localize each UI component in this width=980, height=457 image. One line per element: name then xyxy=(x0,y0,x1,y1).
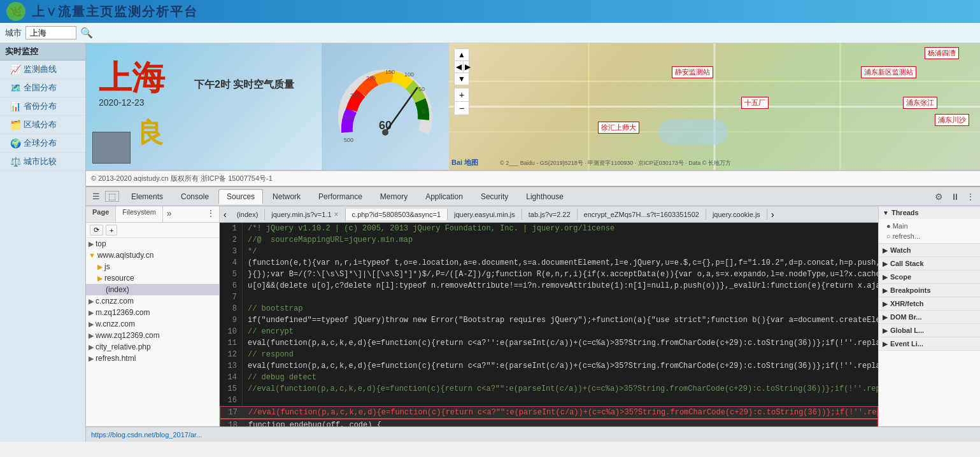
tree-arrow-icon: ▶ xyxy=(89,320,94,328)
code-tab-easyui[interactable]: jquery.easyui.min.js xyxy=(448,209,522,220)
chevron-right-icon: ▶ xyxy=(883,327,888,334)
rp-header-eventLi[interactable]: ▶ Event Li... xyxy=(879,337,980,350)
chevron-right-icon: ▶ xyxy=(883,314,888,321)
file-panel-menu-icon[interactable]: ⋮ xyxy=(202,206,219,222)
tree-arrow-icon: ▶ xyxy=(89,297,94,306)
code-tab-prev[interactable]: ‹ xyxy=(220,207,231,221)
line-content: if("undefined"==typeof jQuery)throw new … xyxy=(248,314,878,326)
search-button[interactable]: 🔍 xyxy=(80,27,93,39)
tree-item-resource[interactable]: ▶ resource xyxy=(86,272,219,284)
quality-text: 良 xyxy=(137,115,164,151)
code-tab-index[interactable]: (index) xyxy=(231,209,266,220)
tab-sources[interactable]: Sources xyxy=(218,189,263,204)
add-folder-button[interactable]: + xyxy=(106,225,117,236)
tree-arrow-icon: ▶ xyxy=(97,274,103,283)
line-number: 12 xyxy=(220,349,243,360)
devtools-bottom: https://blog.csdn.net/blog_2017/ar... xyxy=(86,426,980,442)
devtools-pause-icon[interactable]: ⏸ xyxy=(948,192,962,202)
rp-header-callstack[interactable]: ▶ Call Stack xyxy=(879,257,980,270)
tab-application[interactable]: Application xyxy=(417,189,471,204)
devtools-more-icon[interactable]: ⋮ xyxy=(963,192,977,202)
map-panel[interactable]: 杨浦四漕 静安监测站 浦东新区监测站 十五厂 浦东张江 徐汇上师大 浦东川沙 ▲… xyxy=(449,43,980,170)
tab-performance[interactable]: Performance xyxy=(310,189,371,204)
sidebar-item-province-distribution[interactable]: 📊 省份分布 xyxy=(0,97,85,116)
tree-item-aqistudy[interactable]: ▼ www.aqistudy.cn xyxy=(86,250,219,261)
code-line: 11eval(function(p,a,c,k,e,d){e=function(… xyxy=(220,337,878,349)
gauge-svg: 500 400 300 220 150 100 50 0 60 xyxy=(334,56,436,158)
line-number: 18 xyxy=(220,419,243,426)
city-input[interactable] xyxy=(25,26,76,39)
rp-section-eventLi: ▶ Event Li... xyxy=(879,337,980,351)
rp-header-scope[interactable]: ▶ Scope xyxy=(879,271,980,283)
tree-item-index[interactable]: (index) xyxy=(86,284,219,295)
sidebar-item-city-compare[interactable]: ⚖️ 城市比较 xyxy=(0,153,85,171)
aqi-label: 下午2时 实时空气质量 xyxy=(194,78,294,92)
tree-item-zq12369-m[interactable]: ▶ m.zq12369.com xyxy=(86,307,219,318)
tab-memory[interactable]: Memory xyxy=(372,189,416,204)
sidebar-item-label: 城市比较 xyxy=(24,156,57,167)
tree-item-top[interactable]: ▶ top xyxy=(86,238,219,250)
rp-header-breakpoints[interactable]: ▶ Breakpoints xyxy=(879,284,980,297)
fp-tab-filesystem[interactable]: Filesystem xyxy=(116,206,163,222)
tab-network[interactable]: Network xyxy=(264,189,309,204)
code-line: 5}{});var B=/(?:\[\s\S]*\]|\[[\s\S]*]*)$… xyxy=(220,269,878,280)
devtools-cursor-icon[interactable]: ☰ xyxy=(89,192,104,201)
tab-lighthouse[interactable]: Lighthouse xyxy=(518,189,572,204)
tree-label: js xyxy=(104,262,110,271)
fp-tab-page[interactable]: Page xyxy=(86,206,116,222)
rp-section-label: Call Stack xyxy=(890,260,924,267)
rp-header-xhrfetch[interactable]: ▶ XHR/fetch xyxy=(879,297,980,310)
rp-section-threads: ▼ Threads ● Main ○ refresh... xyxy=(879,206,980,244)
code-editor[interactable]: 1/*! jQuery v1.10.2 | (c) 2005, 2013 jQu… xyxy=(220,223,878,426)
sidebar-item-region-distribution[interactable]: 🗂️ 区域分布 xyxy=(0,116,85,134)
code-tab-label: jquery.min.js?v=1.1 xyxy=(271,211,331,218)
close-icon[interactable]: × xyxy=(334,210,339,219)
line-number: 8 xyxy=(220,303,243,314)
tree-item-city-php[interactable]: ▶ city_relative.php xyxy=(86,341,219,353)
tab-console[interactable]: Console xyxy=(173,189,217,204)
tree-item-refresh[interactable]: ▶ refresh.html xyxy=(86,353,219,364)
sync-button[interactable]: ⟳ xyxy=(90,225,103,236)
code-tab-next[interactable]: › xyxy=(767,207,778,221)
zoom-out-button[interactable]: − xyxy=(455,102,469,115)
code-line: 2//@ sourceMappingURL=jquery.min.map xyxy=(220,234,878,246)
code-tab-tab[interactable]: tab.js?v=2.22 xyxy=(522,209,578,220)
zoom-in-button[interactable]: + xyxy=(455,88,469,102)
devtools-settings-icon[interactable]: ⚙ xyxy=(931,192,947,202)
tree-label: w.cnzz.com xyxy=(96,320,135,328)
sidebar-item-global-distribution[interactable]: 🌍 全球分布 xyxy=(0,134,85,153)
sidebar-item-national-distribution[interactable]: 🗺️ 全国分布 xyxy=(0,79,85,97)
tree-item-js[interactable]: ▶ js xyxy=(86,261,219,272)
code-tab-cookie[interactable]: jquery.cookie.js xyxy=(706,209,767,220)
code-tab-encrypt[interactable]: encrypt_eZMqs7H...s?t=1603351502 xyxy=(578,209,706,220)
line-number: 6 xyxy=(220,280,243,292)
app-logo: 🌿 xyxy=(6,2,25,21)
rp-header-watch[interactable]: ▶ Watch xyxy=(879,244,980,257)
rp-header-globalL[interactable]: ▶ Global L... xyxy=(879,324,980,337)
fp-tab-more[interactable]: » xyxy=(163,206,176,222)
rp-header-dombr[interactable]: ▶ DOM Br... xyxy=(879,311,980,323)
city-label: 城市 xyxy=(5,27,22,39)
svg-point-10 xyxy=(382,129,388,136)
tab-security[interactable]: Security xyxy=(472,189,516,204)
tree-item-cnzz[interactable]: ▶ c.cnzz.com xyxy=(86,295,219,307)
tree-item-wcnzz[interactable]: ▶ w.cnzz.com xyxy=(86,318,219,330)
sidebar: 实时监控 📈 监测曲线 🗺️ 全国分布 📊 省份分布 🗂️ 区域分布 🌍 全球分… xyxy=(0,43,86,442)
code-tab-jquery-min[interactable]: jquery.min.js?v=1.1 × xyxy=(265,208,345,221)
devtools-inspect-icon[interactable]: ⬚ xyxy=(105,191,119,202)
tab-elements[interactable]: Elements xyxy=(123,189,171,204)
code-line: 14// debug detect xyxy=(220,372,878,383)
code-line: 7 xyxy=(220,292,878,303)
line-number: 14 xyxy=(220,372,243,383)
sidebar-item-monitoring-curves[interactable]: 📈 监测曲线 xyxy=(0,60,85,79)
thread-refresh[interactable]: ○ refresh... xyxy=(886,231,972,241)
code-tab-cphp[interactable]: c.php?id=5808503&async=1 xyxy=(346,209,448,220)
code-tab-label: jquery.cookie.js xyxy=(713,211,760,218)
rp-header-threads[interactable]: ▼ Threads xyxy=(879,206,980,219)
tree-item-zq12369-www[interactable]: ▶ www.zq12369.com xyxy=(86,330,219,341)
map-nav[interactable]: ▲ ◀ ▶ ▼ xyxy=(454,48,469,85)
map-label-xuhui: 徐汇上师大 xyxy=(598,122,639,134)
code-line: 12// respond xyxy=(220,349,878,360)
rp-section-label: DOM Br... xyxy=(890,313,922,321)
thread-main[interactable]: ● Main xyxy=(886,221,972,231)
